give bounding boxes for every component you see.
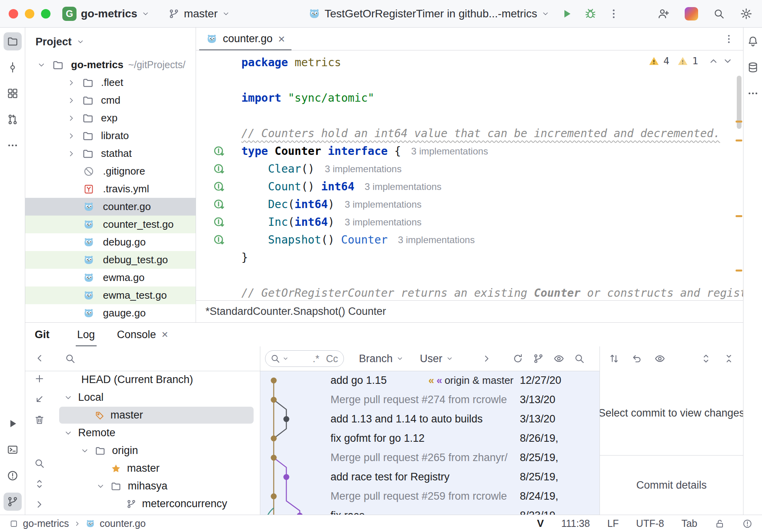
- implementations-inlay[interactable]: 3 implementations: [398, 234, 475, 246]
- implementations-gutter-icon[interactable]: [213, 180, 226, 193]
- chevron-down-icon[interactable]: [80, 446, 90, 456]
- commit-row[interactable]: Merge pull request #259 from rcrowle 8/2…: [260, 487, 600, 506]
- go-to-hash-button[interactable]: [574, 353, 585, 364]
- git-tab-log[interactable]: Log: [73, 323, 99, 346]
- pull-requests-tool-button[interactable]: [4, 110, 22, 128]
- branch-row-head[interactable]: HEAD (Current Branch): [54, 371, 260, 389]
- ai-assistant-icon[interactable]: [685, 7, 698, 20]
- breadcrumb-project[interactable]: go-metrics: [23, 518, 69, 529]
- minimize-button[interactable]: [25, 9, 34, 19]
- tree-row-file[interactable]: .travis.yml: [25, 180, 196, 198]
- more-tools-button[interactable]: [4, 136, 22, 154]
- more-run-actions-button[interactable]: [608, 8, 620, 20]
- tree-row-file[interactable]: counter_test.go: [25, 216, 196, 233]
- tree-row-file[interactable]: debug_test.go: [25, 251, 196, 269]
- branch-search-field[interactable]: [54, 346, 260, 371]
- chevron-right-icon[interactable]: [66, 149, 77, 159]
- encoding-widget[interactable]: UTF-8: [636, 518, 664, 529]
- tree-row-folder[interactable]: librato: [25, 127, 196, 145]
- implementations-inlay[interactable]: 3 implementations: [365, 181, 442, 192]
- next-problem-button[interactable]: [723, 56, 733, 66]
- commit-row[interactable]: Merge pull request #265 from zhanyr/ 8/2…: [260, 448, 600, 467]
- search-everywhere-button[interactable]: [713, 8, 725, 20]
- preview-diff-button[interactable]: [553, 353, 564, 364]
- maximize-button[interactable]: [41, 9, 50, 19]
- commit-row[interactable]: add 1.13 and 1.14 to auto builds 3/13/20: [260, 409, 600, 429]
- search-branches-button[interactable]: [34, 458, 45, 469]
- warning-stripe-mark[interactable]: [736, 140, 742, 141]
- terminal-tool-button[interactable]: [4, 441, 22, 459]
- branch-filter[interactable]: Branch: [359, 353, 403, 365]
- tree-row-folder[interactable]: stathat: [25, 145, 196, 162]
- git-tool-button[interactable]: [4, 493, 22, 511]
- implementations-inlay[interactable]: 3 implementations: [411, 146, 488, 157]
- tree-row-file[interactable]: .gitignore: [25, 162, 196, 180]
- match-case-toggle[interactable]: Cc: [326, 353, 338, 365]
- show-panel-button[interactable]: [34, 499, 45, 510]
- implementations-gutter-icon[interactable]: [213, 145, 226, 158]
- refresh-button[interactable]: [512, 353, 523, 364]
- warning-stripe-mark[interactable]: [736, 121, 742, 123]
- warning-stripe-mark[interactable]: [736, 215, 742, 217]
- implementations-gutter-icon[interactable]: [213, 198, 226, 211]
- tree-row-file[interactable]: ewma.go: [25, 269, 196, 286]
- database-tool-button[interactable]: [744, 58, 762, 76]
- chevron-right-icon[interactable]: [66, 95, 77, 106]
- debug-button[interactable]: [584, 7, 597, 20]
- project-panel-header[interactable]: Project: [25, 28, 196, 56]
- more-right-tools-button[interactable]: [744, 84, 762, 102]
- commit-search-field[interactable]: .* Cc: [265, 350, 344, 367]
- project-widget[interactable]: G go-metrics: [62, 7, 149, 21]
- vcs-branch-widget[interactable]: master: [168, 7, 230, 20]
- tree-row-file[interactable]: debug.go: [25, 233, 196, 251]
- commit-row[interactable]: fix race 8/23/19,: [260, 506, 600, 515]
- add-branch-button[interactable]: [34, 373, 45, 384]
- vim-mode-widget[interactable]: V: [537, 517, 544, 530]
- breadcrumb-file[interactable]: counter.go: [100, 518, 146, 529]
- commit-row[interactable]: fix gofmt for go 1.12 8/26/19,: [260, 429, 600, 448]
- tree-row-file-selected[interactable]: counter.go: [25, 198, 196, 216]
- regex-toggle[interactable]: .*: [313, 353, 319, 365]
- line-separator-widget[interactable]: LF: [607, 518, 619, 529]
- inspections-status-icon[interactable]: [742, 519, 753, 529]
- structure-tool-button[interactable]: [4, 84, 22, 102]
- run-button[interactable]: [560, 7, 573, 20]
- tab-options-button[interactable]: [723, 33, 734, 45]
- user-filter[interactable]: User: [420, 353, 453, 365]
- warning-stripe-mark[interactable]: [736, 270, 742, 272]
- chevron-down-icon[interactable]: [36, 60, 47, 70]
- chevron-right-icon[interactable]: [66, 131, 77, 141]
- rollback-button[interactable]: [631, 353, 642, 364]
- commit-row[interactable]: Merge pull request #274 from rcrowle 3/1…: [260, 390, 600, 409]
- editor-tab-counter-go[interactable]: counter.go ×: [196, 28, 295, 50]
- implementations-inlay[interactable]: 3 implementations: [325, 164, 402, 175]
- chevron-down-icon[interactable]: [63, 428, 73, 438]
- collapse-panel-button[interactable]: [34, 353, 45, 364]
- run-config-selector[interactable]: TestGetOrRegisterTimer in github...-metr…: [308, 7, 549, 20]
- tree-row-folder[interactable]: cmd: [25, 91, 196, 109]
- delete-branch-button[interactable]: [34, 414, 45, 425]
- tree-row-file[interactable]: ewma_test.go: [25, 286, 196, 304]
- close-button[interactable]: [9, 9, 18, 19]
- branch-group-origin[interactable]: origin: [54, 442, 260, 459]
- implementations-inlay[interactable]: 3 implementations: [345, 217, 422, 228]
- preview-diff-button[interactable]: [654, 353, 665, 364]
- code-area[interactable]: package metrics import "sync/atomic" // …: [196, 50, 743, 300]
- branch-group-remote[interactable]: Remote: [54, 424, 260, 442]
- settings-button[interactable]: [740, 7, 753, 20]
- commit-row[interactable]: add go 1.15 «« origin & master 12/27/20: [260, 371, 600, 390]
- tree-row-file[interactable]: gauge.go: [25, 304, 196, 322]
- tree-row-folder[interactable]: exp: [25, 109, 196, 127]
- commit-tool-button[interactable]: [4, 58, 22, 76]
- branch-row-remote-master[interactable]: master: [54, 459, 260, 477]
- expand-all-button[interactable]: [34, 478, 45, 489]
- close-tab-icon[interactable]: ×: [278, 33, 285, 45]
- more-filters-button[interactable]: [482, 353, 492, 364]
- branch-group-local[interactable]: Local: [54, 389, 260, 406]
- notifications-button[interactable]: [744, 32, 762, 50]
- code-with-me-button[interactable]: [657, 7, 670, 20]
- chevron-right-icon[interactable]: [66, 113, 77, 123]
- git-tab-console[interactable]: Console ×: [113, 323, 172, 346]
- implementations-inlay[interactable]: 3 implementations: [345, 199, 422, 210]
- commit-row[interactable]: add race test for Registry 8/25/19,: [260, 467, 600, 487]
